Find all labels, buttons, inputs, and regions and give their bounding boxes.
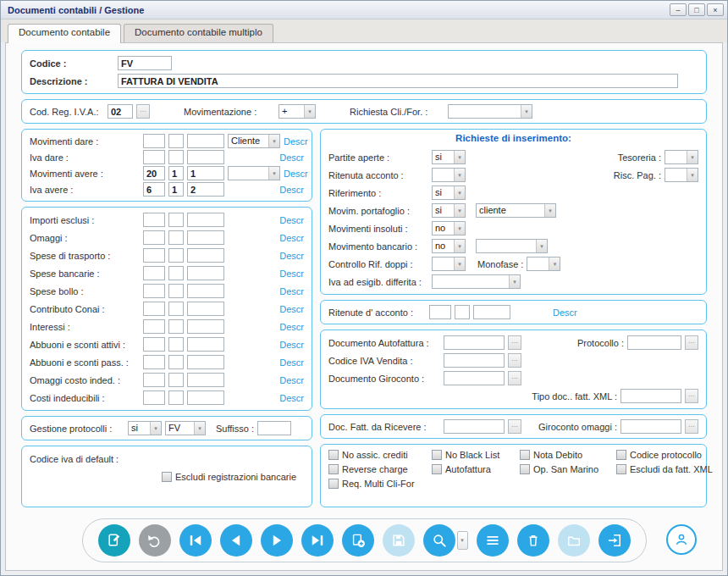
portafoglio-tipo-select[interactable]: cliente ▾ — [476, 203, 556, 218]
escludi-fatt-xml-checkbox[interactable] — [616, 464, 626, 474]
documento-giroconto-input[interactable] — [444, 371, 505, 385]
movimenti-dare-input-3[interactable] — [187, 134, 224, 148]
close-button[interactable]: × — [707, 3, 724, 16]
tipo-doc-fatt-xml-input[interactable] — [620, 389, 681, 403]
descrizione-input[interactable] — [118, 74, 678, 88]
costi-indeducibili-input-2[interactable] — [168, 390, 184, 405]
descr-link[interactable]: Descr — [279, 251, 304, 261]
monofase-select[interactable]: ▾ — [527, 257, 560, 271]
maximize-button[interactable]: □ — [688, 3, 705, 16]
interessi-input-2[interactable] — [168, 319, 184, 334]
tesoreria-select[interactable]: ▾ — [665, 150, 698, 164]
spese-bollo-input-2[interactable] — [168, 284, 184, 298]
abbuoni-attivi-input-1[interactable] — [143, 337, 165, 352]
importi-esclusi-input-2[interactable] — [168, 213, 184, 227]
ritenute-input-1[interactable] — [429, 305, 451, 319]
help-button[interactable] — [666, 524, 697, 555]
delete-button[interactable] — [517, 524, 549, 557]
spese-bancarie-input-1[interactable] — [143, 266, 165, 280]
browse-button[interactable]: ··· — [685, 335, 698, 350]
iva-avere-input-2[interactable] — [168, 182, 184, 197]
cod-reg-iva-input[interactable] — [108, 104, 133, 119]
contributo-conai-input-3[interactable] — [187, 302, 224, 316]
movimenti-avere-input-3[interactable] — [187, 166, 224, 180]
protocollo-input[interactable] — [627, 335, 681, 350]
iva-dare-input-2[interactable] — [168, 150, 184, 164]
export-button[interactable] — [558, 524, 590, 557]
movimento-bancario-select[interactable]: no ▾ — [432, 239, 466, 253]
req-multi-cli-for-checkbox[interactable] — [328, 479, 339, 489]
browse-button[interactable]: ··· — [136, 104, 150, 119]
exit-button[interactable] — [598, 524, 631, 557]
contributo-conai-input-1[interactable] — [143, 302, 165, 316]
codice-iva-vendita-input[interactable] — [444, 353, 505, 368]
spese-trasporto-input-3[interactable] — [187, 248, 224, 263]
descr-link[interactable]: Descr — [279, 233, 304, 243]
descr-link[interactable]: Descr — [279, 152, 304, 163]
op-san-marino-checkbox[interactable] — [520, 464, 530, 474]
descr-link[interactable]: Descr — [279, 185, 304, 195]
codice-protocollo-checkbox[interactable] — [616, 450, 626, 460]
gestione-protocolli-select[interactable]: si ▾ — [128, 421, 162, 435]
iva-avere-input-3[interactable] — [187, 182, 224, 197]
omaggi-costo-input-3[interactable] — [187, 373, 224, 387]
costi-indeducibili-input-1[interactable] — [143, 390, 165, 405]
contributo-conai-input-2[interactable] — [168, 302, 184, 316]
interessi-input-1[interactable] — [143, 319, 165, 334]
ritenute-input-2[interactable] — [455, 305, 470, 319]
spese-bancarie-input-3[interactable] — [187, 266, 224, 280]
browse-button[interactable]: ··· — [508, 353, 521, 368]
browse-button[interactable]: ··· — [685, 389, 698, 403]
abbuoni-attivi-input-3[interactable] — [187, 337, 224, 352]
tab-documento-contabile[interactable]: Documento contabile — [8, 24, 121, 43]
ritenute-input-3[interactable] — [473, 305, 510, 319]
ritenuta-acconto-select[interactable]: ▾ — [432, 168, 466, 182]
importi-esclusi-input-3[interactable] — [187, 213, 224, 227]
save-button[interactable] — [383, 524, 415, 557]
descr-link[interactable]: Descr — [279, 340, 304, 350]
spese-trasporto-input-1[interactable] — [143, 248, 165, 263]
controllo-rif-doppi-select[interactable]: ▾ — [432, 257, 466, 271]
edit-document-button[interactable] — [98, 524, 130, 557]
codice-input[interactable] — [118, 56, 172, 70]
protocollo-tipo-select[interactable]: FV ▾ — [165, 421, 206, 435]
descr-link[interactable]: Descr — [284, 169, 308, 179]
new-document-button[interactable] — [342, 524, 374, 557]
descr-link[interactable]: Descr — [284, 136, 308, 147]
escludi-registrazioni-checkbox[interactable] — [162, 472, 172, 482]
iva-dare-input-3[interactable] — [187, 150, 224, 164]
descr-link[interactable]: Descr — [279, 269, 304, 279]
spese-trasporto-input-2[interactable] — [168, 248, 184, 263]
descr-link[interactable]: Descr — [279, 215, 304, 225]
movim-portafoglio-select[interactable]: si ▾ — [432, 203, 466, 218]
list-button[interactable] — [477, 524, 509, 557]
search-button[interactable] — [423, 524, 455, 557]
riferimento-select[interactable]: si ▾ — [432, 186, 466, 200]
omaggi-costo-input-1[interactable] — [143, 373, 165, 387]
risc-pag-select[interactable]: ▾ — [665, 168, 698, 182]
omaggi-input-2[interactable] — [168, 230, 184, 245]
bancario-tipo-select[interactable]: ▾ — [476, 239, 548, 253]
omaggi-input-1[interactable] — [143, 230, 165, 245]
movimenti-avere-select[interactable]: ▾ — [228, 166, 280, 180]
costi-indeducibili-input-3[interactable] — [187, 390, 224, 405]
search-options-dropdown[interactable]: ▾ — [457, 531, 468, 550]
descr-link[interactable]: Descr — [279, 375, 304, 385]
browse-button[interactable]: ··· — [685, 419, 698, 434]
movimenti-dare-input-1[interactable] — [143, 134, 165, 148]
movimentazione-select[interactable]: + ▾ — [279, 104, 316, 119]
suffisso-input[interactable] — [257, 421, 291, 435]
doc-fatt-ricevere-input[interactable] — [444, 419, 505, 434]
first-record-button[interactable] — [179, 524, 212, 557]
movimenti-dare-select[interactable]: Cliente ▾ — [228, 134, 280, 148]
descr-link[interactable]: Descr — [279, 322, 304, 332]
partite-aperte-select[interactable]: si ▾ — [432, 150, 466, 164]
next-record-button[interactable] — [261, 524, 293, 557]
browse-button[interactable]: ··· — [508, 419, 521, 434]
abbuoni-passivi-input-1[interactable] — [143, 355, 165, 369]
browse-button[interactable]: ··· — [508, 335, 521, 350]
descr-link[interactable]: Descr — [279, 304, 304, 314]
undo-button[interactable] — [139, 524, 171, 557]
importi-esclusi-input-1[interactable] — [143, 213, 165, 227]
minimize-button[interactable]: – — [670, 3, 687, 16]
